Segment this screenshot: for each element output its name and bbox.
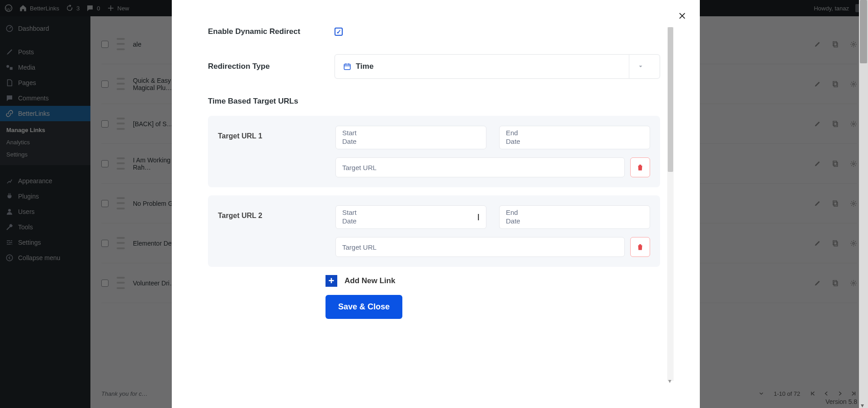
svg-rect-25 (344, 64, 350, 70)
start-date-input[interactable]: StartDate I (335, 205, 486, 229)
save-close-button[interactable]: Save & Close (326, 295, 402, 319)
delete-target-button[interactable] (630, 157, 650, 177)
target-label: Target URL 1 (218, 126, 335, 177)
redirection-type-value: Time (356, 62, 373, 71)
window-scrollbar[interactable]: ▴ ▾ (859, 0, 868, 408)
redirection-type-label: Redirection Type (208, 62, 335, 71)
enable-dynamic-redirect-checkbox[interactable]: ✓ (335, 28, 343, 36)
target-url-card: Target URL 1 StartDate EndDate (208, 116, 660, 187)
end-date-input[interactable]: EndDate (499, 126, 650, 149)
target-url-card: Target URL 2 StartDate I EndDate (208, 195, 660, 267)
chevron-down-icon (629, 55, 651, 78)
redirection-type-select[interactable]: Time (335, 54, 660, 79)
calendar-icon (343, 62, 351, 71)
dynamic-redirect-modal: ▴ ▾ Enable Dynamic Redirect ✓ Redirectio… (172, 0, 700, 408)
section-title: Time Based Target URLs (208, 97, 660, 106)
target-url-input[interactable] (335, 237, 625, 257)
delete-target-button[interactable] (630, 237, 650, 257)
target-url-input[interactable] (335, 157, 625, 177)
add-new-link-label: Add New Link (344, 276, 395, 285)
target-url-field[interactable] (342, 164, 618, 171)
end-date-input[interactable]: EndDate (499, 205, 650, 229)
close-button[interactable] (676, 10, 688, 22)
text-cursor-icon: I (477, 212, 480, 223)
add-new-link-button[interactable]: + Add New Link (326, 275, 660, 287)
enable-dynamic-redirect-label: Enable Dynamic Redirect (208, 27, 335, 36)
target-url-field[interactable] (342, 243, 618, 251)
target-label: Target URL 2 (218, 205, 335, 257)
modal-scrollbar[interactable]: ▴ ▾ (667, 27, 674, 381)
start-date-input[interactable]: StartDate (335, 126, 486, 149)
scrollbar-thumb[interactable] (668, 27, 673, 172)
plus-icon: + (326, 275, 337, 287)
scrollbar-thumb[interactable] (860, 0, 867, 63)
